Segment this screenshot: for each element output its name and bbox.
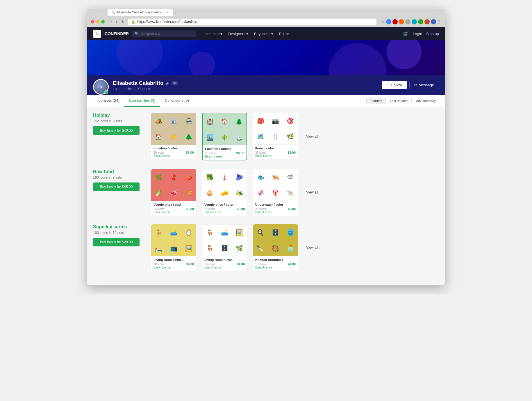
family-meta-rawfood: 190 icons in 8 sets (93, 176, 145, 180)
back-button[interactable]: ‹ (109, 19, 113, 25)
reload-button[interactable]: ↻ (120, 19, 126, 25)
icon-set-card-rawfood-2[interactable]: 🥦 🌡️ 🫐 🧅 🧀 🫒 Veggie bites / color (202, 169, 247, 216)
icon-count: 25 icons (153, 207, 164, 211)
icon-set-card-rawfood-1[interactable]: 🌿 🫀 🌶️ 🥬 🥩 🌾 Veggie bites / outl... (151, 169, 196, 216)
preview-icon: 🪑 (202, 240, 217, 256)
extension-icon-7[interactable] (424, 19, 430, 24)
forward-button[interactable]: › (115, 19, 119, 25)
icon-set-card-holiday-1[interactable]: 🏕️ 🏛️ 🏯 🏠 ☀️ 🌲 Location / color (151, 113, 196, 159)
preview-icon: 🦈 (283, 169, 298, 185)
tab-collections[interactable]: Collections (0) (160, 95, 194, 107)
extension-icon-1[interactable] (386, 19, 391, 24)
preview-icon: 🧀 (217, 185, 232, 201)
profile-icon[interactable] (431, 19, 436, 24)
sort-featured-button[interactable]: Featured (366, 98, 385, 104)
nav-icon-sets-label: Icon sets (204, 32, 219, 36)
nav-buy-icons[interactable]: Buy icons ▾ (254, 32, 273, 36)
icon-price: $4.00 (186, 262, 194, 266)
chevron-right-icon: › (319, 190, 320, 194)
login-link[interactable]: Login (413, 32, 422, 36)
icon-set-preview-rawfood-2: 🥦 🌡️ 🫐 🧅 🧀 🫒 (202, 169, 247, 201)
icon-set-card-rawfood-3[interactable]: 🐟 🦐 🦈 🦑 🦞 🐚 Underwater / color (253, 169, 298, 216)
chevron-right-icon: › (319, 135, 320, 139)
preview-icon: 🛏️ (151, 240, 166, 256)
logo-text[interactable]: ICONFINDER (103, 31, 129, 36)
profile-left: ec ✓ Elisabetta Calabritto 🔗 Bē London, … (93, 79, 178, 95)
address-bar[interactable]: 🔒 https://www.iconfinder.com/e.c/familie… (128, 19, 376, 25)
preview-icon: 🪣 (283, 224, 298, 240)
extension-icon-5[interactable] (412, 19, 417, 24)
browser-tab[interactable]: 🔍 Elisabetta Calabritto on Iconfinc... ✕ (108, 9, 173, 16)
search-bar[interactable]: 🔍 (132, 31, 196, 37)
preview-icon: 🏯 (181, 113, 196, 129)
icon-set-title: Items / color (255, 146, 296, 150)
cart-icon[interactable]: 🛒 (403, 31, 409, 37)
follow-button[interactable]: ♡ Follow (382, 81, 407, 89)
tab-iconsets-label: Iconsets (24) (98, 98, 119, 103)
buy-supellex-button[interactable]: Buy family for $28.00 (93, 238, 140, 246)
preview-icon: 🥩 (166, 185, 181, 201)
tab-icon-families[interactable]: Icon families (3) (124, 95, 160, 107)
preview-icon: 🗄️ (268, 224, 283, 240)
tab-icon-families-label: Icon families (3) (129, 98, 156, 103)
tab-iconsets[interactable]: Iconsets (24) (93, 95, 124, 107)
preview-icon: 🏠 (151, 129, 166, 145)
signup-link[interactable]: Sign up (426, 32, 439, 36)
icon-set-title: Location / outline (205, 147, 244, 151)
logo-icon: 🔍 (93, 30, 101, 38)
designers-chevron-icon: ▾ (246, 32, 248, 36)
icon-set-card-supellex-2[interactable]: 🪑 🛋️ 🖼️ 🪑 🗄️ 🌿 Living room furnit... (202, 224, 247, 271)
view-all-supellex-button[interactable]: View all › (306, 246, 320, 250)
extension-icon-2[interactable] (392, 19, 398, 24)
icon-set-card-holiday-3[interactable]: 🎒 📷 🎯 🗺️ 🍴 🌿 Items / color 3 (253, 113, 298, 159)
family-header-holiday: Holiday 152 icons in 6 sets Buy family f… (93, 113, 439, 160)
verified-badge: ✓ (104, 90, 108, 94)
view-all-rawfood-button[interactable]: View all › (306, 190, 320, 194)
star-icon[interactable]: ☆ (381, 19, 385, 24)
preview-icon: 🍴 (268, 129, 283, 144)
extension-icon-3[interactable] (399, 19, 404, 24)
more-options-icon[interactable]: ⋮ (437, 19, 441, 24)
icon-license: Basic license (153, 266, 194, 269)
avatar-wrap: ec ✓ (93, 79, 109, 95)
view-all-label: View all (306, 135, 318, 139)
icon-set-card-supellex-1[interactable]: 🪑 🛋️ 🪞 🛏️ 📺 🖼️ Living room furnit... (151, 224, 196, 271)
nav-buy-icons-label: Buy icons (254, 32, 270, 36)
profile-name-row: Elisabetta Calabritto 🔗 Bē (113, 80, 178, 86)
hero-circle-1 (116, 40, 163, 75)
preview-icon: 🛋️ (166, 224, 181, 240)
profile-name-text: Elisabetta Calabritto (113, 80, 163, 86)
sort-alphabetically-button[interactable]: Alphabetically (413, 98, 439, 104)
preview-icon: 🫙 (283, 240, 298, 256)
minimize-window-button[interactable] (96, 20, 99, 24)
tab-close-button[interactable]: ✕ (166, 11, 169, 14)
maximize-window-button[interactable] (101, 20, 105, 24)
sort-last-updated-button[interactable]: Last updated (387, 98, 412, 104)
icon-set-preview-holiday-2: 🏰 🏠 🌲 🏙️ 🌵 🏔️ (203, 113, 247, 145)
preview-icon: 🔪 (253, 240, 268, 256)
search-input[interactable] (141, 32, 193, 36)
nav-icon-sets[interactable]: Icon sets ▾ (204, 32, 222, 36)
extension-icon-6[interactable] (418, 19, 423, 24)
new-tab-button[interactable]: + (173, 10, 179, 16)
buy-holiday-button[interactable]: Buy family for $40.00 (93, 126, 140, 135)
nav-designers[interactable]: Designers ▾ (228, 32, 248, 36)
preview-icon: 🏛️ (166, 113, 181, 129)
icon-set-card-holiday-2[interactable]: 🏰 🏠 🌲 🏙️ 🌵 🏔️ Location / outline (202, 113, 247, 160)
icon-set-title: Underwater / color (255, 203, 296, 206)
close-window-button[interactable] (91, 20, 94, 24)
nav-editor[interactable]: Editor (279, 32, 289, 36)
icon-set-card-supellex-3[interactable]: 🍳 🗄️ 🪣 🔪 🥘 🫙 Kitchen furniture /... (253, 224, 298, 271)
profile-be-badge[interactable]: Bē (172, 81, 178, 85)
buy-rawfood-button[interactable]: Buy family for $45.00 (93, 182, 140, 191)
family-info-holiday: Holiday 152 icons in 6 sets Buy family f… (93, 113, 145, 135)
extension-icon-4[interactable] (405, 19, 410, 24)
family-section-supellex: Supellex series 100 icons in 10 sets Buy… (93, 224, 439, 271)
icon-set-title: Living room furnit... (204, 258, 245, 262)
icon-price: $6.00 (186, 151, 194, 154)
view-all-holiday-button[interactable]: View all › (306, 135, 320, 139)
preview-icon: 🌿 (232, 240, 247, 256)
profile-link-icon[interactable]: 🔗 (166, 82, 169, 85)
preview-icon: 🥦 (202, 169, 217, 185)
message-button[interactable]: ✉ Message (409, 81, 439, 89)
